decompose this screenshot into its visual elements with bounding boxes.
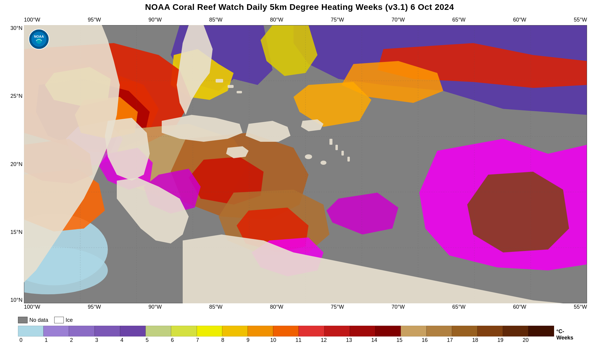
color-label-8: 8 xyxy=(220,337,226,343)
color-segment-0 xyxy=(18,326,43,336)
lon-top-60w: 60°W xyxy=(513,17,526,23)
lon-top-100w: 100°W xyxy=(24,17,40,23)
svg-point-28 xyxy=(305,154,312,159)
svg-point-29 xyxy=(320,161,326,165)
lon-bot-95w: 95°W xyxy=(88,304,101,310)
color-bar-container: 01234567891011121314151617181920 xyxy=(18,326,554,343)
lon-labels-top: 100°W 95°W 90°W 85°W 80°W 75°W 70°W 65°W… xyxy=(24,15,587,25)
legend-container: No data Ice 0123456789101112131415161718… xyxy=(9,314,590,350)
color-segment-19 xyxy=(503,326,528,336)
color-segment-14 xyxy=(375,326,401,336)
color-segment-18 xyxy=(477,326,503,336)
lon-top-75w: 75°W xyxy=(331,17,344,23)
color-label-7: 7 xyxy=(195,337,201,343)
color-segment-13 xyxy=(350,326,375,336)
ice-swatch xyxy=(54,317,64,323)
lat-labels: 30°N 25°N 20°N 15°N 10°N xyxy=(9,25,24,303)
ice-label: Ice xyxy=(66,317,73,323)
svg-rect-22 xyxy=(228,85,234,88)
map-wrapper: NOAA 30°N 25°N 20°N 15°N 10°N 100°W 95°W… xyxy=(9,13,590,312)
no-data-swatch xyxy=(18,317,28,323)
svg-rect-26 xyxy=(341,151,344,156)
color-segment-6 xyxy=(171,326,196,336)
lon-bot-90w: 90°W xyxy=(149,304,162,310)
lon-top-80w: 80°W xyxy=(270,17,283,23)
lat-label-15n: 15°N xyxy=(10,229,22,235)
color-label-12: 12 xyxy=(321,337,327,343)
lon-top-70w: 70°W xyxy=(391,17,405,23)
main-container: NOAA Coral Reef Watch Daily 5km Degree H… xyxy=(0,0,599,364)
lon-bot-80w: 80°W xyxy=(270,304,283,310)
lon-bot-65w: 65°W xyxy=(452,304,465,310)
color-label-2: 2 xyxy=(68,337,74,343)
color-segment-12 xyxy=(324,326,350,336)
color-label-16: 16 xyxy=(422,337,428,343)
color-segment-4 xyxy=(120,326,146,336)
color-label-3: 3 xyxy=(94,337,100,343)
color-label-18: 18 xyxy=(472,337,478,343)
lon-bot-70w: 70°W xyxy=(391,304,405,310)
color-label-9: 9 xyxy=(245,337,251,343)
color-bar-labels: 01234567891011121314151617181920 xyxy=(18,337,554,343)
svg-rect-24 xyxy=(329,139,332,145)
color-bar xyxy=(18,326,554,336)
color-bar-unit: °C-Weeks xyxy=(556,328,581,341)
color-label-14: 14 xyxy=(371,337,377,343)
color-label-10: 10 xyxy=(270,337,276,343)
color-label-4: 4 xyxy=(119,337,125,343)
lon-bot-100w: 100°W xyxy=(24,304,40,310)
color-segment-20 xyxy=(528,326,554,336)
color-segment-8 xyxy=(222,326,248,336)
lon-bot-75w: 75°W xyxy=(331,304,344,310)
color-label-17: 17 xyxy=(447,337,453,343)
color-label-19: 19 xyxy=(497,337,503,343)
color-label-1: 1 xyxy=(43,337,49,343)
map-area xyxy=(24,25,587,303)
svg-text:NOAA: NOAA xyxy=(34,35,44,38)
lon-top-95w: 95°W xyxy=(88,17,101,23)
lon-top-90w: 90°W xyxy=(149,17,162,23)
lon-bot-60w: 60°W xyxy=(513,304,526,310)
color-segment-7 xyxy=(197,326,222,336)
legend-ice: Ice xyxy=(54,317,73,323)
lon-bot-55w: 55°W xyxy=(574,304,587,310)
lat-label-10n: 10°N xyxy=(10,297,22,303)
color-segment-5 xyxy=(146,326,171,336)
svg-rect-23 xyxy=(237,91,242,93)
color-segment-11 xyxy=(299,326,324,336)
lat-label-25n: 25°N xyxy=(10,93,22,99)
svg-rect-27 xyxy=(347,157,350,162)
lon-top-55w: 55°W xyxy=(574,17,587,23)
color-label-5: 5 xyxy=(144,337,150,343)
color-label-11: 11 xyxy=(296,337,302,343)
color-segment-9 xyxy=(248,326,273,336)
color-label-20: 20 xyxy=(523,337,529,343)
color-segment-17 xyxy=(452,326,477,336)
lon-bot-85w: 85°W xyxy=(209,304,223,310)
color-segment-16 xyxy=(426,326,452,336)
color-segment-2 xyxy=(69,326,94,336)
lat-label-30n: 30°N xyxy=(10,25,22,31)
color-segment-10 xyxy=(273,326,299,336)
lon-top-65w: 65°W xyxy=(452,17,465,23)
page-title: NOAA Coral Reef Watch Daily 5km Degree H… xyxy=(0,0,599,13)
color-label-15: 15 xyxy=(397,337,403,343)
color-segment-15 xyxy=(401,326,426,336)
legend-no-data: No data xyxy=(18,317,48,323)
no-data-label: No data xyxy=(29,317,48,323)
color-label-21 xyxy=(548,337,554,343)
svg-rect-25 xyxy=(335,145,338,150)
lon-labels-bottom: 100°W 95°W 90°W 85°W 80°W 75°W 70°W 65°W… xyxy=(24,302,587,312)
lon-top-85w: 85°W xyxy=(209,17,223,23)
noaa-logo: NOAA xyxy=(28,29,49,50)
color-segment-1 xyxy=(43,326,69,336)
svg-rect-21 xyxy=(216,79,223,83)
svg-point-3 xyxy=(36,38,42,44)
color-label-0: 0 xyxy=(18,337,24,343)
color-label-13: 13 xyxy=(346,337,352,343)
color-segment-3 xyxy=(95,326,120,336)
color-label-6: 6 xyxy=(169,337,175,343)
legend-top-row: No data Ice xyxy=(18,317,73,323)
lat-label-20n: 20°N xyxy=(10,161,22,167)
